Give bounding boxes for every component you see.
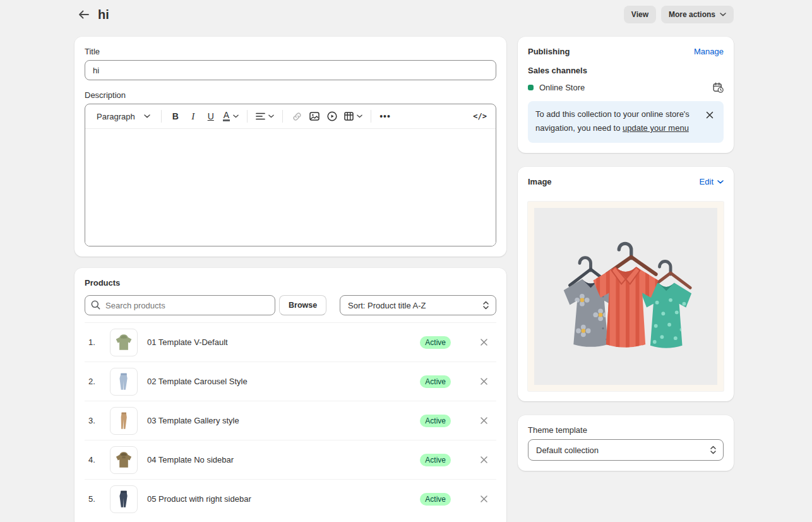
row-index: 2.: [88, 377, 100, 386]
sales-channels-heading: Sales channels: [528, 66, 724, 75]
products-heading: Products: [85, 278, 496, 288]
show-html-button[interactable]: </>: [470, 107, 489, 125]
toolbar-divider: [161, 110, 162, 123]
product-title: 04 Template No sidebar: [147, 455, 420, 464]
text-color-button[interactable]: A: [220, 107, 241, 125]
chevron-down-icon: [720, 13, 726, 16]
update-menu-link[interactable]: update your menu: [623, 123, 689, 133]
italic-icon: I: [191, 111, 194, 122]
remove-product-button[interactable]: [475, 334, 493, 351]
chevron-down-icon: [144, 114, 150, 118]
toolbar-divider: [247, 110, 248, 123]
more-actions-button[interactable]: More actions: [661, 6, 734, 23]
row-index: 5.: [88, 494, 100, 504]
schedule-calendar-icon[interactable]: [713, 82, 724, 93]
product-thumbnail: [110, 368, 138, 396]
paragraph-style-label: Paragraph: [97, 112, 135, 121]
insert-video-button[interactable]: [324, 107, 340, 125]
collection-image[interactable]: [534, 208, 717, 385]
back-button[interactable]: [75, 6, 92, 23]
description-label: Description: [85, 90, 496, 100]
sort-caret-icon: [710, 446, 717, 454]
shirts-illustration: [534, 208, 717, 385]
status-badge: Active: [420, 415, 451, 427]
ellipsis-icon: •••: [379, 111, 391, 121]
theme-template-card: Theme template Default collection: [518, 415, 734, 471]
product-row: 2. 02 Template Carousel Style Active: [85, 361, 496, 401]
code-icon: </>: [473, 112, 487, 121]
product-row: 1. 01 Template V-Default Active: [85, 322, 496, 361]
link-button[interactable]: [289, 107, 305, 125]
row-index: 3.: [88, 416, 100, 425]
product-title: 01 Template V-Default: [147, 337, 420, 347]
image-icon: [309, 112, 319, 121]
underline-icon: U: [208, 111, 214, 121]
table-icon: [344, 112, 354, 121]
dark-jeans-image: [113, 489, 134, 510]
collection-details-card: Title Description Paragraph B I U A: [75, 37, 506, 257]
chevron-down-icon: [717, 180, 724, 184]
video-play-icon: [327, 111, 337, 121]
toolbar-divider: [371, 110, 371, 123]
insert-image-button[interactable]: [306, 107, 323, 125]
channel-name: Online Store: [539, 83, 713, 92]
browse-button-label: Browse: [289, 301, 317, 310]
products-card: Products Browse Sort: Product title A-Z: [75, 268, 506, 522]
image-card: Image Edit: [518, 167, 734, 401]
publishing-heading: Publishing: [528, 47, 570, 56]
remove-product-button[interactable]: [475, 451, 493, 469]
dismiss-banner-button[interactable]: [702, 107, 717, 123]
insert-table-button[interactable]: [342, 107, 365, 125]
remove-product-button[interactable]: [475, 412, 493, 430]
brown-hoodie-image: [113, 449, 134, 471]
edit-image-button[interactable]: Edit: [700, 177, 724, 186]
publishing-card: Publishing Manage Sales channels Online …: [518, 37, 734, 153]
italic-button[interactable]: I: [185, 107, 201, 125]
back-arrow-icon: [78, 10, 89, 19]
product-title: 05 Product with right sidebar: [147, 494, 420, 504]
product-thumbnail: [110, 407, 138, 435]
tan-pants-image: [113, 410, 134, 432]
status-badge: Active: [420, 493, 451, 506]
browse-button[interactable]: Browse: [279, 295, 326, 315]
paragraph-style-dropdown[interactable]: Paragraph: [92, 107, 155, 125]
status-badge: Active: [420, 375, 451, 388]
underline-button[interactable]: U: [203, 107, 219, 125]
page-title: hi: [98, 8, 109, 22]
close-icon: [481, 495, 487, 502]
search-icon: [91, 300, 100, 310]
editor-toolbar: Paragraph B I U A: [85, 104, 496, 129]
more-formatting-button[interactable]: •••: [377, 107, 393, 125]
product-row: 5. 05 Product with right sidebar Active: [85, 479, 496, 518]
edit-link-label: Edit: [700, 177, 713, 186]
search-products-input[interactable]: [85, 295, 275, 315]
remove-product-button[interactable]: [475, 490, 493, 508]
more-actions-label: More actions: [669, 11, 715, 18]
status-badge: Active: [420, 336, 451, 349]
sort-select-value: Sort: Product title A-Z: [348, 301, 426, 310]
manage-link[interactable]: Manage: [694, 47, 724, 56]
product-title: 02 Template Carousel Style: [147, 377, 420, 386]
chevron-down-icon: [268, 114, 274, 118]
top-bar: hi View More actions: [0, 0, 812, 29]
close-icon: [481, 456, 487, 463]
green-hoodie-image: [113, 332, 134, 353]
bold-button[interactable]: B: [167, 107, 184, 125]
theme-template-label: Theme template: [528, 425, 724, 435]
product-thumbnail: [110, 446, 138, 474]
theme-template-value: Default collection: [536, 446, 599, 455]
image-heading: Image: [528, 177, 552, 186]
description-textarea[interactable]: [85, 129, 496, 246]
product-row: 3. 03 Template Gallery style Active: [85, 401, 496, 440]
row-index: 4.: [88, 455, 100, 464]
remove-product-button[interactable]: [475, 373, 493, 391]
alignment-button[interactable]: [253, 107, 277, 125]
theme-template-select[interactable]: Default collection: [528, 439, 724, 461]
view-button[interactable]: View: [624, 6, 656, 23]
product-thumbnail: [110, 485, 138, 513]
close-icon: [481, 417, 487, 424]
description-editor: Paragraph B I U A: [85, 104, 496, 246]
title-input[interactable]: [85, 60, 496, 80]
sort-select[interactable]: Sort: Product title A-Z: [340, 295, 496, 315]
product-list: 1. 01 Template V-Default Active 2.: [85, 322, 496, 518]
